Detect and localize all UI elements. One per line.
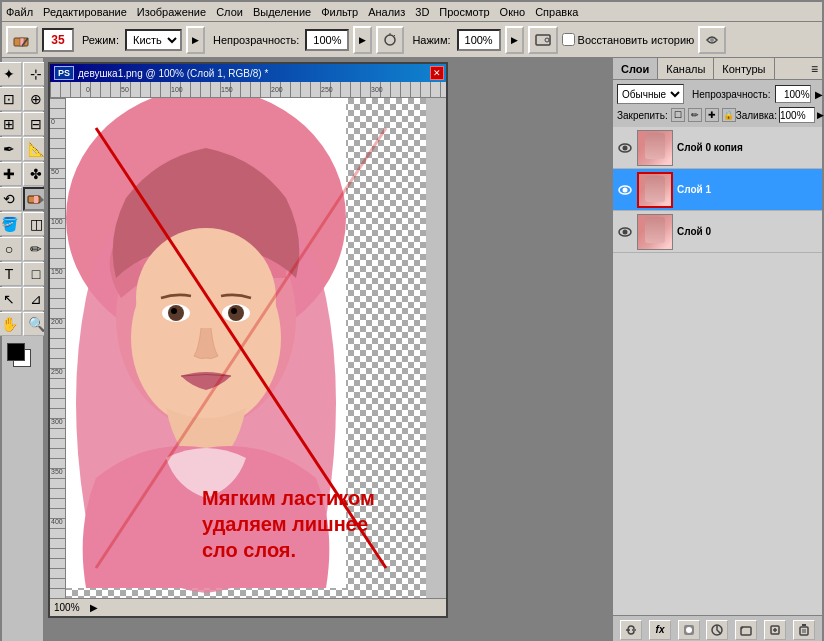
svg-point-7 — [545, 38, 549, 42]
svg-rect-42 — [800, 627, 808, 635]
lock-image-btn[interactable]: ✏ — [688, 108, 702, 122]
tool-heal[interactable]: ✚ — [0, 162, 22, 186]
panel-menu-btn[interactable]: ≡ — [811, 62, 822, 76]
tool-marquee[interactable]: ⊡ — [0, 87, 22, 111]
tool-select-path[interactable]: ↖ — [0, 287, 22, 311]
tool-hand[interactable]: ✋ — [0, 312, 22, 336]
fill-value[interactable] — [779, 107, 815, 123]
link-layers-btn[interactable] — [620, 620, 642, 640]
tool-move[interactable]: ✦ — [0, 62, 22, 86]
svg-rect-10 — [34, 196, 38, 203]
menu-edit[interactable]: Редактирование — [43, 6, 127, 18]
tab-channels[interactable]: Каналы — [658, 58, 714, 79]
tool-paint-bucket[interactable]: 🪣 — [0, 212, 22, 236]
svg-point-36 — [686, 627, 692, 633]
layer-item-0[interactable]: Слой 0 — [613, 211, 822, 253]
blend-mode-row: Обычные Непрозрачность: ▶ — [617, 84, 818, 104]
mode-dropdown[interactable]: Кисть — [125, 29, 182, 51]
layers-list: Слой 0 копия Слой 1 — [613, 127, 822, 615]
opacity-arrow[interactable]: ▶ — [815, 89, 823, 100]
panel-controls: Обычные Непрозрачность: ▶ Закрепить: ☐ ✏… — [613, 80, 822, 127]
menu-3d[interactable]: 3D — [415, 6, 429, 18]
opacity-value[interactable] — [775, 85, 811, 103]
doc-titlebar: PS девушка1.png @ 100% (Слой 1, RGB/8) *… — [50, 64, 446, 82]
lock-fill-row: Закрепить: ☐ ✏ ✚ 🔒 Заливка: ▶ — [617, 107, 818, 123]
layer-thumb-copy — [637, 130, 673, 166]
opacity-label: Непрозрачность: — [692, 89, 771, 100]
fg-color-swatch[interactable] — [7, 343, 25, 361]
tool-text[interactable]: T — [0, 262, 22, 286]
tool-dodge[interactable]: ○ — [0, 237, 22, 261]
eye-icon-0[interactable] — [617, 224, 633, 240]
svg-point-22 — [171, 308, 177, 314]
mode-expand-btn[interactable]: ▶ — [186, 26, 205, 54]
menu-file[interactable]: Файл — [6, 6, 33, 18]
opacity-expand-btn[interactable]: ▶ — [353, 26, 372, 54]
menu-view[interactable]: Просмотр — [439, 6, 489, 18]
tool-eyedropper[interactable]: ✒ — [0, 137, 22, 161]
eraser-tool-icon[interactable] — [6, 26, 38, 54]
doc-close-btn[interactable]: ✕ — [430, 66, 444, 80]
svg-rect-6 — [536, 35, 550, 45]
lock-transparent-btn[interactable]: ☐ — [671, 108, 685, 122]
menu-filter[interactable]: Фильтр — [321, 6, 358, 18]
menu-window[interactable]: Окно — [500, 6, 526, 18]
layer-item-1[interactable]: Слой 1 — [613, 169, 822, 211]
history-brush-icon[interactable] — [698, 26, 726, 54]
opacity-input[interactable] — [305, 29, 349, 51]
menu-analysis[interactable]: Анализ — [368, 6, 405, 18]
eye-icon-1[interactable] — [617, 182, 633, 198]
tablet-icon[interactable] — [528, 26, 558, 54]
mode-label: Режим: — [82, 34, 119, 46]
tool-history-brush[interactable]: ⟲ — [0, 187, 22, 211]
layer-name-copy: Слой 0 копия — [677, 142, 743, 153]
zoom-level: 100% — [54, 602, 80, 613]
fx-btn[interactable]: fx — [649, 620, 671, 640]
panel-footer: fx — [613, 615, 822, 641]
canvas-area[interactable]: PS девушка1.png @ 100% (Слой 1, RGB/8) *… — [44, 58, 612, 641]
mask-btn[interactable] — [678, 620, 700, 640]
new-layer-btn[interactable] — [764, 620, 786, 640]
status-info: ▶ — [90, 602, 98, 613]
blend-mode-dropdown[interactable]: Обычные — [617, 84, 684, 104]
tab-paths[interactable]: Контуры — [714, 58, 774, 79]
layer-name-1: Слой 1 — [677, 184, 711, 195]
layer-thumb-0 — [637, 214, 673, 250]
svg-point-8 — [710, 38, 714, 42]
brush-size-display[interactable]: 35 — [42, 28, 74, 52]
opacity-label: Непрозрачность: — [213, 34, 299, 46]
delete-layer-btn[interactable] — [793, 620, 815, 640]
layer-thumb-1 — [637, 172, 673, 208]
svg-point-23 — [231, 308, 237, 314]
eye-icon-copy[interactable] — [617, 140, 633, 156]
tool-crop[interactable]: ⊞ — [0, 112, 22, 136]
restore-history-checkbox[interactable] — [562, 33, 575, 46]
ruler-top: 0 50 100 150 200 250 300 — [50, 82, 446, 98]
menu-select[interactable]: Выделение — [253, 6, 311, 18]
press-label: Нажим: — [412, 34, 450, 46]
menu-image[interactable]: Изображение — [137, 6, 206, 18]
press-expand-btn[interactable]: ▶ — [505, 26, 524, 54]
menu-layers[interactable]: Слои — [216, 6, 243, 18]
layer-name-0: Слой 0 — [677, 226, 711, 237]
adjustment-btn[interactable] — [706, 620, 728, 640]
doc-status: 100% ▶ — [50, 598, 446, 616]
lock-label: Закрепить: — [617, 110, 668, 121]
toolbox: ✦ ⊹ ⊡ ⊕ ⊞ ⊟ ✒ 📐 ✚ ✤ ⟲ — [2, 58, 44, 641]
annotation-text: Мягким ластиком удаляем лишнее сло слоя. — [202, 485, 382, 563]
restore-history-label[interactable]: Восстановить историю — [562, 33, 695, 46]
tab-layers[interactable]: Слои — [613, 58, 658, 79]
lock-position-btn[interactable]: ✚ — [705, 108, 719, 122]
toolbar: 35 Режим: Кисть ▶ Непрозрачность: ▶ Нажи… — [2, 22, 822, 58]
press-input[interactable] — [457, 29, 501, 51]
main-area: ✦ ⊹ ⊡ ⊕ ⊞ ⊟ ✒ 📐 ✚ ✤ ⟲ — [2, 58, 822, 641]
layers-panel: Слои Каналы Контуры ≡ Обычные Непрозрачн… — [612, 58, 822, 641]
new-group-btn[interactable] — [735, 620, 757, 640]
svg-point-28 — [623, 145, 628, 150]
fill-arrow[interactable]: ▶ — [817, 110, 824, 120]
menu-help[interactable]: Справка — [535, 6, 578, 18]
menu-bar: Файл Редактирование Изображение Слои Выд… — [2, 2, 822, 22]
layer-item-copy[interactable]: Слой 0 копия — [613, 127, 822, 169]
lock-all-btn[interactable]: 🔒 — [722, 108, 736, 122]
airbrush-icon[interactable] — [376, 26, 404, 54]
